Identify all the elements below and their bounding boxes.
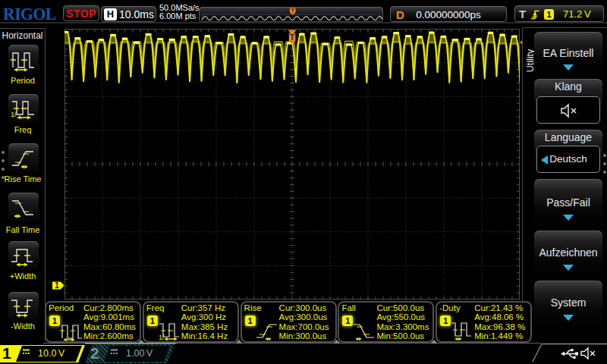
svg-text:1/: 1/ bbox=[159, 334, 165, 341]
svg-text:1: 1 bbox=[55, 281, 59, 290]
svg-text:T: T bbox=[290, 33, 294, 42]
svg-text:1/: 1/ bbox=[11, 111, 17, 118]
